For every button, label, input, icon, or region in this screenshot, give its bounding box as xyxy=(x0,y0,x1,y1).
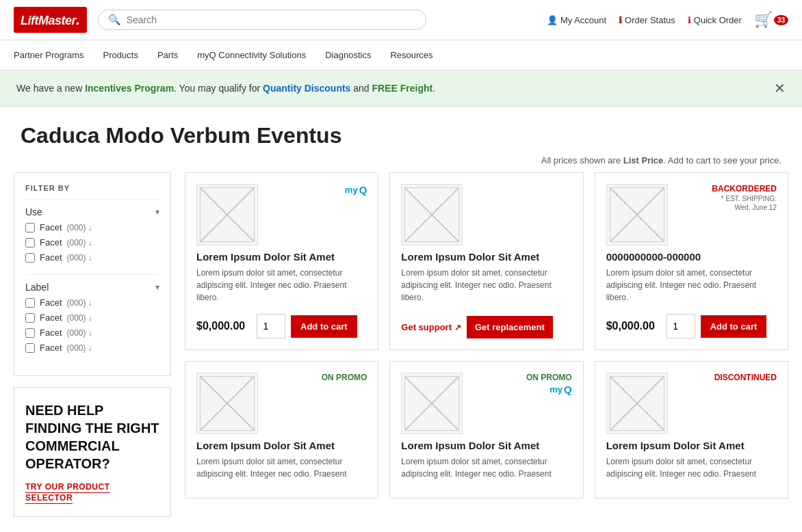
banner-close-button[interactable]: ✕ xyxy=(774,80,786,96)
product-price-1: $0,000.00 xyxy=(196,320,251,332)
filter-use-label: Use xyxy=(25,207,42,217)
facet-label-3-checkbox[interactable] xyxy=(25,343,35,353)
add-to-cart-button-1[interactable]: Add to cart xyxy=(291,315,357,338)
facet-label-0[interactable]: Facet (000) ↓ xyxy=(25,297,159,308)
facet-label-3[interactable]: Facet (000) ↓ xyxy=(25,343,159,353)
product-card-4: ON PROMO Lorem Ipsum Dolor Sit Amet Lore… xyxy=(185,361,378,498)
card-6-badges: DISCONTINUED xyxy=(714,373,777,382)
add-to-cart-button-3[interactable]: Add to cart xyxy=(701,315,767,338)
product-card-5: ON PROMO myQ Lorem Ipsum Dolor Sit Amet … xyxy=(389,361,583,498)
facet-label-2-checkbox[interactable] xyxy=(25,328,35,338)
help-title: NEED HELP FINDING THE RIGHT COMMERCIAL O… xyxy=(25,401,159,473)
get-replacement-button-2[interactable]: Get replacement xyxy=(467,316,553,338)
cart-button[interactable]: 🛒 33 xyxy=(754,11,788,29)
product-title-4: Lorem Ipsum Dolor Sit Amet xyxy=(196,440,367,451)
product-title-2: Lorem Ipsum Dolor Sit Amet xyxy=(401,251,571,263)
product-desc-2: Lorem ipsum dolor sit amet, consectetur … xyxy=(401,267,571,304)
product-selector-link[interactable]: TRY OUR PRODUCT SELECTOR xyxy=(25,482,110,504)
banner-message: We have a new Incentives Program. You ma… xyxy=(16,83,435,94)
on-promo-badge-4: ON PROMO xyxy=(322,373,367,382)
product-desc-4: Lorem ipsum dolor sit amet, consectetur … xyxy=(196,455,367,480)
banner-text-before: We have a new xyxy=(16,83,85,94)
facet-use-1[interactable]: Facet (000) ↓ xyxy=(25,237,159,248)
product-card-6: DISCONTINUED Lorem Ipsum Dolor Sit Amet … xyxy=(595,361,788,498)
card-footer-1: $0,000.00 Add to cart xyxy=(196,314,367,338)
facet-use-0[interactable]: Facet (000) ↓ xyxy=(25,222,159,232)
card-5-badges: ON PROMO myQ xyxy=(526,373,572,395)
card-5-header: ON PROMO myQ xyxy=(401,373,571,434)
filter-title: FILTER BY xyxy=(25,184,159,192)
filter-label-facets: Facet (000) ↓ Facet (000) ↓ Facet (000) … xyxy=(25,297,159,353)
product-image-4 xyxy=(196,373,258,434)
product-title-3: 0000000000-000000 xyxy=(606,251,777,263)
main-layout: FILTER BY Use ▾ Facet (000) ↓ Facet xyxy=(0,172,802,532)
card-3-header: BACKORDERED * EST. SHIPPING: Wed, June 1… xyxy=(606,184,777,245)
banner-and: and xyxy=(350,83,372,94)
filter-use-chevron: ▾ xyxy=(155,207,159,217)
product-image-1 xyxy=(196,184,258,245)
facet-label-1-checkbox[interactable] xyxy=(25,313,35,323)
help-box: NEED HELP FINDING THE RIGHT COMMERCIAL O… xyxy=(14,387,171,517)
product-desc-5: Lorem ipsum dolor sit amet, consectetur … xyxy=(401,455,571,480)
page-title-area: Caduca Modo Verbum Eventus xyxy=(0,107,802,155)
promo-banner: We have a new Incentives Program. You ma… xyxy=(0,70,802,107)
product-desc-3: Lorem ipsum dolor sit amet, consectetur … xyxy=(606,267,777,307)
product-image-3 xyxy=(606,184,668,245)
quantity-input-1[interactable] xyxy=(257,314,285,338)
header: LiftMaster. 🔍 👤 My Account ℹ Order Statu… xyxy=(0,0,802,40)
card-3-badges: BACKORDERED * EST. SHIPPING: Wed, June 1… xyxy=(712,184,777,211)
product-image-2 xyxy=(401,184,463,245)
backordered-badge-3: BACKORDERED xyxy=(712,184,777,194)
search-input[interactable] xyxy=(127,14,416,25)
search-bar[interactable]: 🔍 xyxy=(98,10,426,30)
nav-item-products[interactable]: Products xyxy=(103,40,138,70)
free-freight-link[interactable]: FREE Freight xyxy=(372,83,433,94)
facet-use-1-checkbox[interactable] xyxy=(25,238,35,248)
on-promo-badge-5: ON PROMO xyxy=(526,373,572,382)
filter-section-label-header[interactable]: Label ▾ xyxy=(25,282,159,293)
card-2-header xyxy=(401,184,571,245)
logo-text: LiftMaster. xyxy=(21,11,80,29)
nav-item-resources[interactable]: Resources xyxy=(390,40,432,70)
incentives-program-link[interactable]: Incentives Program xyxy=(85,83,174,94)
card-footer-3: $0,000.00 Add to cart xyxy=(606,314,777,338)
est-shipping-date-3: Wed, June 12 xyxy=(734,204,777,211)
get-support-link-2[interactable]: Get support ↗ xyxy=(401,322,461,332)
myq-badge-1: myQ xyxy=(345,184,367,196)
my-account-link[interactable]: 👤 My Account xyxy=(547,15,606,25)
card-6-header: DISCONTINUED xyxy=(606,373,777,434)
facet-use-0-checkbox[interactable] xyxy=(25,223,35,232)
banner-end: . xyxy=(432,83,435,94)
account-icon: 👤 xyxy=(547,15,558,25)
card-1-header: myQ xyxy=(196,184,367,245)
product-desc-1: Lorem ipsum dolor sit amet, consectetur … xyxy=(196,267,367,307)
product-title-1: Lorem Ipsum Dolor Sit Amet xyxy=(196,251,367,263)
filter-section-use-header[interactable]: Use ▾ xyxy=(25,207,159,217)
product-title-5: Lorem Ipsum Dolor Sit Amet xyxy=(401,440,571,451)
quick-order-link[interactable]: ℹ Quick Order xyxy=(688,15,742,25)
nav-item-diagnostics[interactable]: Diagnostics xyxy=(325,40,371,70)
nav-item-myq[interactable]: myQ Connectivity Solutions xyxy=(197,40,306,70)
logo[interactable]: LiftMaster. xyxy=(14,7,87,33)
facet-label-2[interactable]: Facet (000) ↓ xyxy=(25,328,159,338)
nav-item-partner-programs[interactable]: Partner Programs xyxy=(14,40,84,70)
discontinued-badge-6: DISCONTINUED xyxy=(714,373,777,382)
page-title: Caduca Modo Verbum Eventus xyxy=(21,123,781,148)
order-status-link[interactable]: ℹ Order Status xyxy=(619,15,675,25)
info-icon: ℹ xyxy=(619,15,622,25)
facet-use-2[interactable]: Facet (000) ↓ xyxy=(25,252,159,263)
filter-section-label: Label ▾ Facet (000) ↓ Facet (000) ↓ xyxy=(25,274,159,364)
facet-label-0-checkbox[interactable] xyxy=(25,298,35,308)
nav-item-parts[interactable]: Parts xyxy=(157,40,178,70)
facet-label-1[interactable]: Facet (000) ↓ xyxy=(25,312,159,323)
card-4-badges: ON PROMO xyxy=(322,373,367,382)
product-image-5 xyxy=(401,373,463,434)
quantity-input-3[interactable] xyxy=(667,314,695,338)
product-card-1: myQ Lorem Ipsum Dolor Sit Amet Lorem ips… xyxy=(185,172,378,350)
cart-count: 33 xyxy=(774,15,788,25)
filter-label-label: Label xyxy=(25,282,49,293)
facet-use-2-checkbox[interactable] xyxy=(25,253,35,263)
card-support-area-2: Get support ↗ Get replacement xyxy=(401,316,571,338)
quantity-discounts-link[interactable]: Quantity Discounts xyxy=(263,83,350,94)
product-desc-6: Lorem ipsum dolor sit amet, consectetur … xyxy=(606,455,777,480)
